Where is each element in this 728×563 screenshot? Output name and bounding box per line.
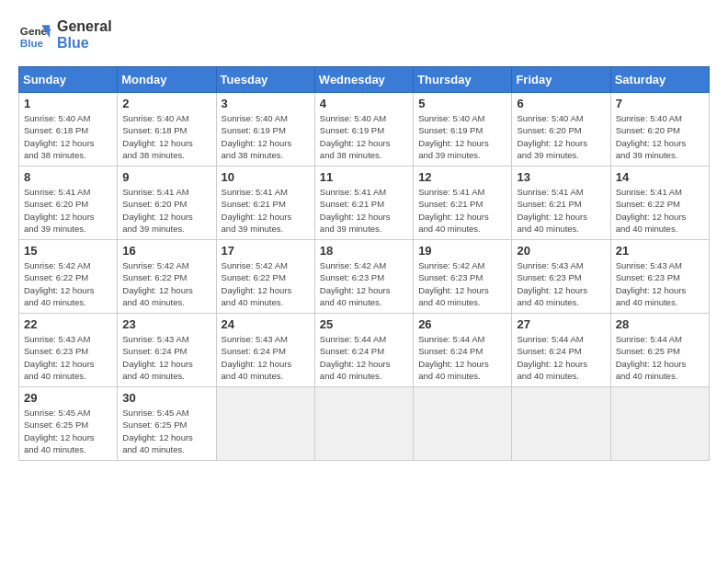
calendar-cell: 20Sunrise: 5:43 AM Sunset: 6:23 PM Dayli… bbox=[512, 240, 610, 314]
calendar-cell: 14Sunrise: 5:41 AM Sunset: 6:22 PM Dayli… bbox=[610, 167, 709, 240]
calendar-cell bbox=[512, 387, 610, 461]
calendar-cell: 9Sunrise: 5:41 AM Sunset: 6:20 PM Daylig… bbox=[118, 167, 216, 240]
day-info: Sunrise: 5:42 AM Sunset: 6:23 PM Dayligh… bbox=[418, 259, 506, 308]
day-number: 2 bbox=[122, 97, 210, 110]
day-info: Sunrise: 5:44 AM Sunset: 6:24 PM Dayligh… bbox=[517, 333, 605, 382]
calendar-cell: 10Sunrise: 5:41 AM Sunset: 6:21 PM Dayli… bbox=[216, 167, 314, 240]
calendar-cell: 1Sunrise: 5:40 AM Sunset: 6:18 PM Daylig… bbox=[19, 93, 118, 167]
calendar-cell: 23Sunrise: 5:43 AM Sunset: 6:24 PM Dayli… bbox=[118, 314, 216, 387]
day-info: Sunrise: 5:42 AM Sunset: 6:22 PM Dayligh… bbox=[222, 259, 310, 308]
day-info: Sunrise: 5:42 AM Sunset: 6:23 PM Dayligh… bbox=[320, 259, 408, 308]
day-info: Sunrise: 5:45 AM Sunset: 6:25 PM Dayligh… bbox=[122, 407, 210, 455]
day-info: Sunrise: 5:40 AM Sunset: 6:19 PM Dayligh… bbox=[222, 112, 310, 161]
logo-icon: General Blue bbox=[18, 18, 51, 52]
calendar-cell bbox=[216, 387, 314, 461]
calendar-cell bbox=[314, 387, 413, 461]
weekday-header-wednesday: Wednesday bbox=[314, 67, 413, 93]
day-number: 30 bbox=[122, 391, 210, 405]
day-number: 12 bbox=[418, 170, 506, 184]
svg-text:Blue: Blue bbox=[20, 37, 44, 49]
calendar-cell: 28Sunrise: 5:44 AM Sunset: 6:25 PM Dayli… bbox=[610, 314, 709, 387]
day-number: 19 bbox=[418, 244, 506, 258]
day-info: Sunrise: 5:44 AM Sunset: 6:24 PM Dayligh… bbox=[320, 333, 408, 382]
calendar-week-2: 8Sunrise: 5:41 AM Sunset: 6:20 PM Daylig… bbox=[19, 167, 710, 240]
day-number: 22 bbox=[24, 317, 112, 331]
day-number: 4 bbox=[320, 97, 408, 110]
calendar-cell: 18Sunrise: 5:42 AM Sunset: 6:23 PM Dayli… bbox=[314, 240, 413, 314]
day-info: Sunrise: 5:40 AM Sunset: 6:18 PM Dayligh… bbox=[24, 112, 112, 161]
day-info: Sunrise: 5:41 AM Sunset: 6:22 PM Dayligh… bbox=[616, 186, 704, 235]
day-info: Sunrise: 5:40 AM Sunset: 6:19 PM Dayligh… bbox=[320, 112, 408, 161]
calendar-cell: 25Sunrise: 5:44 AM Sunset: 6:24 PM Dayli… bbox=[314, 314, 413, 387]
day-number: 26 bbox=[418, 317, 506, 331]
day-number: 27 bbox=[517, 317, 605, 331]
day-info: Sunrise: 5:42 AM Sunset: 6:22 PM Dayligh… bbox=[24, 259, 112, 308]
logo: General Blue General Blue bbox=[18, 18, 112, 52]
day-info: Sunrise: 5:41 AM Sunset: 6:20 PM Dayligh… bbox=[122, 186, 210, 235]
day-number: 23 bbox=[122, 317, 210, 331]
weekday-header-monday: Monday bbox=[118, 67, 216, 93]
calendar-cell: 19Sunrise: 5:42 AM Sunset: 6:23 PM Dayli… bbox=[414, 240, 512, 314]
day-info: Sunrise: 5:44 AM Sunset: 6:25 PM Dayligh… bbox=[616, 333, 704, 382]
weekday-header-tuesday: Tuesday bbox=[216, 67, 314, 93]
day-info: Sunrise: 5:40 AM Sunset: 6:18 PM Dayligh… bbox=[122, 112, 210, 161]
calendar-cell: 17Sunrise: 5:42 AM Sunset: 6:22 PM Dayli… bbox=[216, 240, 314, 314]
day-number: 21 bbox=[616, 244, 704, 258]
calendar-cell: 6Sunrise: 5:40 AM Sunset: 6:20 PM Daylig… bbox=[512, 93, 610, 167]
day-info: Sunrise: 5:40 AM Sunset: 6:19 PM Dayligh… bbox=[418, 112, 506, 161]
calendar-cell: 22Sunrise: 5:43 AM Sunset: 6:23 PM Dayli… bbox=[19, 314, 118, 387]
calendar-cell: 30Sunrise: 5:45 AM Sunset: 6:25 PM Dayli… bbox=[118, 387, 216, 461]
calendar-cell: 15Sunrise: 5:42 AM Sunset: 6:22 PM Dayli… bbox=[19, 240, 118, 314]
day-number: 6 bbox=[517, 97, 605, 110]
day-number: 25 bbox=[320, 317, 408, 331]
calendar-cell: 16Sunrise: 5:42 AM Sunset: 6:22 PM Dayli… bbox=[118, 240, 216, 314]
calendar-week-3: 15Sunrise: 5:42 AM Sunset: 6:22 PM Dayli… bbox=[19, 240, 710, 314]
day-number: 9 bbox=[122, 170, 210, 184]
day-number: 13 bbox=[517, 170, 605, 184]
day-number: 7 bbox=[616, 97, 704, 110]
calendar-cell: 4Sunrise: 5:40 AM Sunset: 6:19 PM Daylig… bbox=[314, 93, 413, 167]
day-number: 5 bbox=[418, 97, 506, 110]
calendar-cell bbox=[414, 387, 512, 461]
day-number: 17 bbox=[222, 244, 310, 258]
day-number: 10 bbox=[222, 170, 310, 184]
calendar-cell: 2Sunrise: 5:40 AM Sunset: 6:18 PM Daylig… bbox=[118, 93, 216, 167]
day-number: 28 bbox=[616, 317, 704, 331]
day-info: Sunrise: 5:43 AM Sunset: 6:24 PM Dayligh… bbox=[122, 333, 210, 382]
day-info: Sunrise: 5:41 AM Sunset: 6:21 PM Dayligh… bbox=[418, 186, 506, 235]
day-number: 3 bbox=[222, 97, 310, 110]
day-info: Sunrise: 5:41 AM Sunset: 6:21 PM Dayligh… bbox=[320, 186, 408, 235]
day-number: 11 bbox=[320, 170, 408, 184]
calendar-cell: 29Sunrise: 5:45 AM Sunset: 6:25 PM Dayli… bbox=[19, 387, 118, 461]
calendar-cell: 5Sunrise: 5:40 AM Sunset: 6:19 PM Daylig… bbox=[414, 93, 512, 167]
calendar-week-5: 29Sunrise: 5:45 AM Sunset: 6:25 PM Dayli… bbox=[19, 387, 710, 461]
weekday-header-sunday: Sunday bbox=[19, 67, 118, 93]
calendar-table: SundayMondayTuesdayWednesdayThursdayFrid… bbox=[18, 66, 710, 461]
day-info: Sunrise: 5:43 AM Sunset: 6:23 PM Dayligh… bbox=[616, 259, 704, 308]
day-number: 15 bbox=[24, 244, 112, 258]
calendar-cell: 26Sunrise: 5:44 AM Sunset: 6:24 PM Dayli… bbox=[414, 314, 512, 387]
calendar-cell: 27Sunrise: 5:44 AM Sunset: 6:24 PM Dayli… bbox=[512, 314, 610, 387]
calendar-cell: 11Sunrise: 5:41 AM Sunset: 6:21 PM Dayli… bbox=[314, 167, 413, 240]
day-info: Sunrise: 5:41 AM Sunset: 6:21 PM Dayligh… bbox=[517, 186, 605, 235]
day-info: Sunrise: 5:41 AM Sunset: 6:20 PM Dayligh… bbox=[24, 186, 112, 235]
calendar-cell bbox=[610, 387, 709, 461]
calendar-cell: 3Sunrise: 5:40 AM Sunset: 6:19 PM Daylig… bbox=[216, 93, 314, 167]
weekday-header-friday: Friday bbox=[512, 67, 610, 93]
day-info: Sunrise: 5:44 AM Sunset: 6:24 PM Dayligh… bbox=[418, 333, 506, 382]
day-info: Sunrise: 5:40 AM Sunset: 6:20 PM Dayligh… bbox=[517, 112, 605, 161]
day-number: 20 bbox=[517, 244, 605, 258]
day-info: Sunrise: 5:43 AM Sunset: 6:23 PM Dayligh… bbox=[24, 333, 112, 382]
calendar-cell: 7Sunrise: 5:40 AM Sunset: 6:20 PM Daylig… bbox=[610, 93, 709, 167]
weekday-header-thursday: Thursday bbox=[414, 67, 512, 93]
calendar-cell: 8Sunrise: 5:41 AM Sunset: 6:20 PM Daylig… bbox=[19, 167, 118, 240]
day-number: 8 bbox=[24, 170, 112, 184]
logo-blue: Blue bbox=[57, 35, 112, 52]
day-info: Sunrise: 5:42 AM Sunset: 6:22 PM Dayligh… bbox=[122, 259, 210, 308]
calendar-week-1: 1Sunrise: 5:40 AM Sunset: 6:18 PM Daylig… bbox=[19, 93, 710, 167]
page-header: General Blue General Blue bbox=[18, 18, 710, 52]
day-number: 16 bbox=[122, 244, 210, 258]
day-info: Sunrise: 5:43 AM Sunset: 6:24 PM Dayligh… bbox=[222, 333, 310, 382]
day-number: 29 bbox=[24, 391, 112, 405]
day-info: Sunrise: 5:41 AM Sunset: 6:21 PM Dayligh… bbox=[222, 186, 310, 235]
